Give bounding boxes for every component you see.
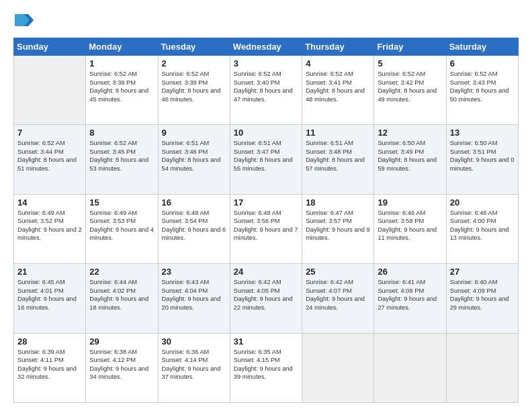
calendar-cell: [374, 333, 446, 402]
calendar-cell: [14, 56, 86, 125]
day-number: 23: [162, 267, 226, 277]
day-number: 22: [89, 267, 154, 277]
calendar-cell: 3Sunrise: 6:52 AM Sunset: 3:40 PM Daylig…: [230, 56, 302, 125]
calendar-cell: 15Sunrise: 6:49 AM Sunset: 3:53 PM Dayli…: [86, 194, 158, 263]
day-number: 20: [450, 197, 515, 208]
weekday-header-monday: Monday: [86, 38, 158, 56]
day-info: Sunrise: 6:47 AM Sunset: 3:57 PM Dayligh…: [306, 209, 370, 242]
calendar-cell: 13Sunrise: 6:50 AM Sunset: 3:51 PM Dayli…: [446, 125, 518, 194]
day-info: Sunrise: 6:40 AM Sunset: 4:09 PM Dayligh…: [450, 278, 515, 312]
day-number: 9: [162, 128, 226, 138]
calendar-cell: 24Sunrise: 6:42 AM Sunset: 4:05 PM Dayli…: [230, 264, 302, 333]
day-info: Sunrise: 6:50 AM Sunset: 3:51 PM Dayligh…: [450, 139, 515, 173]
weekday-header-row: SundayMondayTuesdayWednesdayThursdayFrid…: [14, 38, 519, 56]
day-info: Sunrise: 6:50 AM Sunset: 3:49 PM Dayligh…: [378, 139, 442, 173]
day-info: Sunrise: 6:49 AM Sunset: 3:53 PM Dayligh…: [89, 209, 154, 242]
calendar-week-row: 28Sunrise: 6:39 AM Sunset: 4:11 PM Dayli…: [14, 333, 519, 402]
day-info: Sunrise: 6:49 AM Sunset: 3:52 PM Dayligh…: [17, 209, 82, 242]
day-number: 3: [234, 58, 298, 68]
day-info: Sunrise: 6:51 AM Sunset: 3:46 PM Dayligh…: [162, 139, 226, 173]
day-info: Sunrise: 6:44 AM Sunset: 4:02 PM Dayligh…: [89, 278, 154, 312]
calendar-cell: 9Sunrise: 6:51 AM Sunset: 3:46 PM Daylig…: [158, 125, 230, 194]
calendar-cell: 12Sunrise: 6:50 AM Sunset: 3:49 PM Dayli…: [374, 125, 446, 194]
day-number: 10: [234, 128, 298, 138]
calendar-cell: 21Sunrise: 6:45 AM Sunset: 4:01 PM Dayli…: [14, 264, 86, 333]
day-number: 14: [17, 197, 82, 208]
day-number: 29: [89, 336, 154, 347]
day-info: Sunrise: 6:52 AM Sunset: 3:42 PM Dayligh…: [378, 70, 442, 103]
calendar-cell: 20Sunrise: 6:46 AM Sunset: 4:00 PM Dayli…: [446, 194, 518, 263]
day-info: Sunrise: 6:48 AM Sunset: 3:54 PM Dayligh…: [162, 209, 226, 242]
day-number: 4: [306, 58, 370, 68]
day-number: 8: [89, 128, 154, 138]
weekday-header-wednesday: Wednesday: [230, 38, 302, 56]
calendar-body: 1Sunrise: 6:52 AM Sunset: 3:38 PM Daylig…: [14, 56, 519, 403]
calendar-cell: 26Sunrise: 6:41 AM Sunset: 4:08 PM Dayli…: [374, 264, 446, 333]
day-number: 13: [450, 128, 515, 138]
day-number: 30: [162, 336, 226, 347]
day-info: Sunrise: 6:46 AM Sunset: 3:58 PM Dayligh…: [378, 209, 442, 242]
calendar-cell: 29Sunrise: 6:38 AM Sunset: 4:12 PM Dayli…: [86, 333, 158, 402]
day-number: 17: [234, 197, 298, 208]
day-number: 7: [17, 128, 82, 138]
day-info: Sunrise: 6:35 AM Sunset: 4:15 PM Dayligh…: [234, 348, 298, 381]
day-number: 28: [17, 336, 82, 347]
calendar-cell: 18Sunrise: 6:47 AM Sunset: 3:57 PM Dayli…: [302, 194, 374, 263]
day-number: 11: [306, 128, 370, 138]
calendar-cell: 23Sunrise: 6:43 AM Sunset: 4:04 PM Dayli…: [158, 264, 230, 333]
day-number: 18: [306, 197, 370, 208]
calendar-cell: 10Sunrise: 6:51 AM Sunset: 3:47 PM Dayli…: [230, 125, 302, 194]
day-number: 25: [306, 267, 370, 277]
day-info: Sunrise: 6:43 AM Sunset: 4:04 PM Dayligh…: [162, 278, 226, 312]
day-info: Sunrise: 6:52 AM Sunset: 3:45 PM Dayligh…: [89, 139, 154, 173]
calendar-week-row: 21Sunrise: 6:45 AM Sunset: 4:01 PM Dayli…: [14, 264, 519, 333]
calendar-cell: 8Sunrise: 6:52 AM Sunset: 3:45 PM Daylig…: [86, 125, 158, 194]
day-number: 27: [450, 267, 515, 277]
day-info: Sunrise: 6:45 AM Sunset: 4:01 PM Dayligh…: [17, 278, 82, 312]
calendar-cell: 19Sunrise: 6:46 AM Sunset: 3:58 PM Dayli…: [374, 194, 446, 263]
calendar-cell: 31Sunrise: 6:35 AM Sunset: 4:15 PM Dayli…: [230, 333, 302, 402]
day-info: Sunrise: 6:52 AM Sunset: 3:38 PM Dayligh…: [89, 70, 154, 103]
day-number: 5: [378, 58, 442, 68]
day-info: Sunrise: 6:51 AM Sunset: 3:48 PM Dayligh…: [306, 139, 370, 173]
calendar-week-row: 7Sunrise: 6:52 AM Sunset: 3:44 PM Daylig…: [14, 125, 519, 194]
day-number: 2: [162, 58, 226, 68]
day-info: Sunrise: 6:52 AM Sunset: 3:44 PM Dayligh…: [17, 139, 82, 173]
calendar-page: SundayMondayTuesdayWednesdayThursdayFrid…: [0, 0, 532, 411]
day-number: 16: [162, 197, 226, 208]
day-number: 21: [17, 267, 82, 277]
day-info: Sunrise: 6:48 AM Sunset: 3:56 PM Dayligh…: [234, 209, 298, 242]
weekday-header-friday: Friday: [374, 38, 446, 56]
calendar-week-row: 1Sunrise: 6:52 AM Sunset: 3:38 PM Daylig…: [14, 56, 519, 125]
day-info: Sunrise: 6:52 AM Sunset: 3:39 PM Dayligh…: [162, 70, 226, 103]
day-info: Sunrise: 6:52 AM Sunset: 3:43 PM Dayligh…: [450, 70, 515, 103]
calendar-cell: 1Sunrise: 6:52 AM Sunset: 3:38 PM Daylig…: [86, 56, 158, 125]
day-number: 26: [378, 267, 442, 277]
calendar-cell: 17Sunrise: 6:48 AM Sunset: 3:56 PM Dayli…: [230, 194, 302, 263]
day-info: Sunrise: 6:52 AM Sunset: 3:41 PM Dayligh…: [306, 70, 370, 103]
calendar-cell: 16Sunrise: 6:48 AM Sunset: 3:54 PM Dayli…: [158, 194, 230, 263]
calendar-cell: 11Sunrise: 6:51 AM Sunset: 3:48 PM Dayli…: [302, 125, 374, 194]
day-number: 12: [378, 128, 442, 138]
calendar-cell: 22Sunrise: 6:44 AM Sunset: 4:02 PM Dayli…: [86, 264, 158, 333]
calendar-table: SundayMondayTuesdayWednesdayThursdayFrid…: [13, 38, 519, 403]
day-info: Sunrise: 6:52 AM Sunset: 3:40 PM Dayligh…: [234, 70, 298, 103]
calendar-cell: 5Sunrise: 6:52 AM Sunset: 3:42 PM Daylig…: [374, 56, 446, 125]
day-number: 31: [234, 336, 298, 347]
weekday-header-sunday: Sunday: [14, 38, 86, 56]
day-number: 24: [234, 267, 298, 277]
calendar-cell: 7Sunrise: 6:52 AM Sunset: 3:44 PM Daylig…: [14, 125, 86, 194]
day-info: Sunrise: 6:51 AM Sunset: 3:47 PM Dayligh…: [234, 139, 298, 173]
calendar-cell: 28Sunrise: 6:39 AM Sunset: 4:11 PM Dayli…: [14, 333, 86, 402]
day-number: 15: [89, 197, 154, 208]
calendar-header: SundayMondayTuesdayWednesdayThursdayFrid…: [14, 38, 519, 56]
calendar-cell: 2Sunrise: 6:52 AM Sunset: 3:39 PM Daylig…: [158, 56, 230, 125]
calendar-cell: [446, 333, 518, 402]
calendar-cell: 6Sunrise: 6:52 AM Sunset: 3:43 PM Daylig…: [446, 56, 518, 125]
day-number: 19: [378, 197, 442, 208]
weekday-header-saturday: Saturday: [446, 38, 518, 56]
weekday-header-thursday: Thursday: [302, 38, 374, 56]
logo-flag-icon: [15, 11, 34, 30]
day-info: Sunrise: 6:39 AM Sunset: 4:11 PM Dayligh…: [17, 348, 82, 381]
day-info: Sunrise: 6:42 AM Sunset: 4:05 PM Dayligh…: [234, 278, 298, 312]
